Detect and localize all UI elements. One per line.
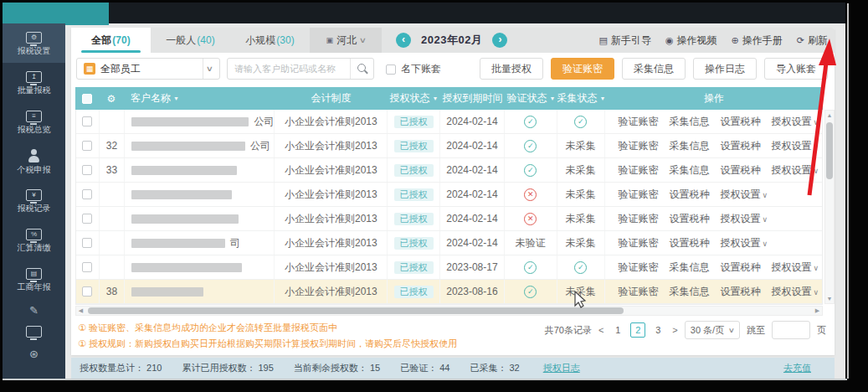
- table-row[interactable]: 33小企业会计准则2013已授权2024-02-14✓未采集验证账密采集信息设置…: [76, 158, 822, 183]
- next-month-button[interactable]: ›: [492, 33, 507, 48]
- horizontal-scrollbar[interactable]: ◀ ▶: [75, 306, 823, 316]
- prev-month-button[interactable]: ‹: [396, 33, 411, 48]
- row-checkbox[interactable]: [82, 238, 92, 248]
- 采集信息-button[interactable]: 采集信息: [622, 58, 686, 80]
- page-button-2[interactable]: 2: [630, 322, 645, 338]
- row-checkbox[interactable]: [82, 286, 92, 297]
- scroll-right-icon[interactable]: ▶: [813, 307, 822, 315]
- op-link-设置税种[interactable]: 设置税种: [721, 285, 761, 299]
- op-link-验证账密[interactable]: 验证账密: [619, 212, 659, 226]
- help-link-新手引导[interactable]: ▤新手引导: [599, 34, 651, 48]
- op-link-采集信息[interactable]: 采集信息: [670, 139, 710, 153]
- 操作日志-button[interactable]: 操作日志: [693, 58, 757, 80]
- op-link-验证账密[interactable]: 验证账密: [619, 115, 659, 129]
- op-link-设置税种[interactable]: 设置税种: [670, 212, 710, 226]
- sidebar-item-label: 汇算清缴: [18, 244, 51, 252]
- op-link-设置税种[interactable]: 设置税种: [670, 188, 710, 202]
- row-checkbox[interactable]: [82, 165, 92, 175]
- 批量授权-button[interactable]: 批量授权: [480, 58, 543, 80]
- sidebar-monitor-icon[interactable]: [3, 321, 65, 343]
- sidebar-item-工商年报[interactable]: ▤工商年报: [3, 260, 65, 299]
- page-button-3[interactable]: 3: [650, 322, 665, 338]
- sidebar-pen-icon[interactable]: ✎: [3, 299, 65, 321]
- op-link-设置税种[interactable]: 设置税种: [670, 236, 710, 250]
- op-link-验证账密[interactable]: 验证账密: [619, 163, 659, 178]
- auth-log-link[interactable]: 授权日志: [543, 362, 580, 374]
- 验证账密-button[interactable]: 验证账密: [551, 58, 614, 80]
- op-link-验证账密[interactable]: 验证账密: [619, 188, 659, 202]
- op-link-验证账密[interactable]: 验证账密: [619, 260, 659, 275]
- table-row[interactable]: 小企业会计准则2013已授权2023-08-17✓✓验证账密采集信息设置税种授权…: [76, 255, 822, 280]
- table-row[interactable]: 38小企业会计准则2013已授权2023-08-16✓未采集验证账密采集信息设置…: [76, 280, 822, 304]
- page-button-1[interactable]: 1: [610, 322, 625, 338]
- scroll-up-icon[interactable]: ▲: [825, 111, 834, 120]
- select-all-checkbox[interactable]: [82, 94, 92, 104]
- tab-小规模[interactable]: 小规模(30): [230, 28, 310, 53]
- scroll-left-icon[interactable]: ◀: [76, 307, 85, 315]
- next-page-icon[interactable]: >: [672, 325, 677, 335]
- op-link-设置税种[interactable]: 设置税种: [721, 163, 761, 178]
- sidebar-item-批量报税[interactable]: ↥批量报税: [3, 63, 65, 102]
- table-row[interactable]: 司小企业会计准则2013已授权2024-02-14未验证未采集验证账密设置税种授…: [76, 231, 822, 255]
- search-input[interactable]: [228, 64, 350, 74]
- op-link-授权设置[interactable]: 授权设置∨: [721, 212, 768, 226]
- jump-page-input[interactable]: [772, 321, 810, 339]
- horizontal-scroll-thumb[interactable]: [88, 307, 624, 314]
- filter-icon[interactable]: ▼: [173, 95, 179, 101]
- vertical-scroll-thumb[interactable]: [826, 122, 833, 179]
- row-checkbox[interactable]: [82, 141, 92, 151]
- sidebar-item-个税申报[interactable]: 个税申报: [3, 142, 65, 181]
- sidebar-globe-icon[interactable]: ⊛: [3, 343, 65, 364]
- page-size-select[interactable]: 30 条/页 ∨: [685, 321, 740, 339]
- tab-一般人[interactable]: 一般人(40): [151, 28, 230, 53]
- op-link-授权设置[interactable]: 授权设置∨: [772, 115, 819, 129]
- gear-icon[interactable]: ⚙: [107, 93, 116, 105]
- row-checkbox[interactable]: [82, 214, 92, 224]
- tab-region-selector[interactable]: ▣ 河北 ∨: [310, 28, 382, 53]
- filter-icon[interactable]: ▼: [433, 95, 439, 101]
- table-row[interactable]: 32公司小企业会计准则2013已授权2024-02-14✓未采集验证账密采集信息…: [76, 134, 822, 158]
- op-link-采集信息[interactable]: 采集信息: [670, 163, 710, 178]
- op-link-验证账密[interactable]: 验证账密: [619, 139, 659, 153]
- vertical-scrollbar[interactable]: ▲ ▼: [824, 110, 835, 304]
- table-row[interactable]: 公司小企业会计准则2013已授权2024-02-14✓✓验证账密采集信息设置税种…: [76, 110, 822, 134]
- sidebar-item-label: 报税记录: [18, 204, 51, 213]
- op-link-授权设置[interactable]: 授权设置∨: [772, 285, 819, 299]
- help-link-操作视频[interactable]: ◉操作视频: [665, 34, 717, 48]
- sidebar-item-汇算清缴[interactable]: %汇算清缴: [3, 220, 65, 260]
- row-checkbox[interactable]: [82, 262, 92, 272]
- op-link-授权设置[interactable]: 授权设置∨: [772, 260, 819, 275]
- tab-全部[interactable]: 全部(70): [71, 28, 151, 53]
- scope-checkbox[interactable]: [386, 64, 396, 75]
- help-link-操作手册[interactable]: ⊕操作手册: [732, 34, 783, 48]
- op-link-验证账密[interactable]: 验证账密: [619, 285, 659, 299]
- sidebar-item-报税记录[interactable]: ¥报税记录: [3, 181, 65, 220]
- op-link-设置税种[interactable]: 设置税种: [721, 260, 761, 275]
- filter-icon[interactable]: ▼: [550, 95, 556, 101]
- op-link-采集信息[interactable]: 采集信息: [670, 285, 710, 299]
- scope-checkbox-row[interactable]: 名下账套: [386, 62, 441, 76]
- recharge-link[interactable]: 去充值: [783, 362, 811, 374]
- filter-icon[interactable]: ▼: [600, 95, 605, 101]
- op-link-设置税种[interactable]: 设置税种: [721, 139, 761, 153]
- 导入账套-button[interactable]: 导入账套: [764, 58, 828, 80]
- help-link-刷新[interactable]: ⟳刷新: [797, 34, 828, 48]
- op-link-采集信息[interactable]: 采集信息: [670, 260, 710, 275]
- op-link-设置税种[interactable]: 设置税种: [721, 115, 761, 129]
- op-link-授权设置[interactable]: 授权设置∨: [772, 163, 819, 178]
- row-checkbox[interactable]: [82, 189, 92, 199]
- sidebar-item-报税设置[interactable]: ⚙报税设置: [3, 23, 65, 63]
- table-row[interactable]: 小企业会计准则2013已授权2024-02-14✕未采集验证账密设置税种授权设置…: [76, 207, 822, 231]
- op-link-授权设置[interactable]: 授权设置∨: [721, 236, 768, 250]
- prev-page-icon[interactable]: <: [598, 325, 603, 335]
- op-link-授权设置[interactable]: 授权设置∨: [772, 139, 819, 153]
- op-link-采集信息[interactable]: 采集信息: [670, 115, 710, 129]
- scroll-down-icon[interactable]: ▼: [825, 294, 834, 303]
- op-link-验证账密[interactable]: 验证账密: [619, 236, 659, 250]
- row-checkbox[interactable]: [82, 116, 92, 126]
- op-link-授权设置[interactable]: 授权设置∨: [721, 188, 768, 202]
- employee-select[interactable]: ▦ 全部员工 ∨: [76, 58, 220, 80]
- sidebar-item-报税总览[interactable]: ≡报税总览: [3, 102, 65, 142]
- table-row[interactable]: 小企业会计准则2013已授权2024-02-14✕未采集验证账密设置税种授权设置…: [76, 183, 822, 207]
- search-icon[interactable]: [350, 59, 373, 79]
